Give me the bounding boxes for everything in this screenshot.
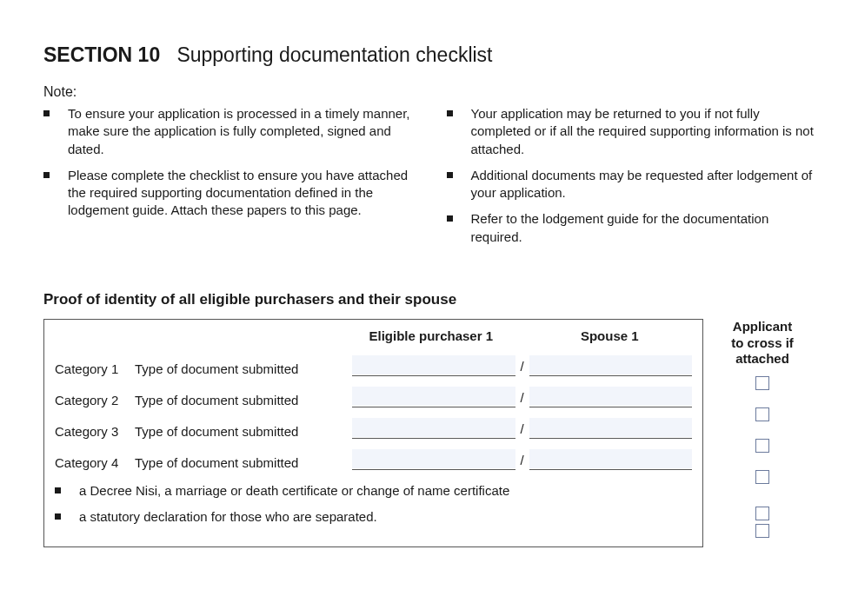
section-title: Supporting documentation checklist: [176, 43, 492, 66]
slash-separator: /: [515, 390, 529, 405]
table-row: Category 2 Type of document submitted /: [55, 388, 692, 407]
side-label-line: Applicant: [733, 319, 792, 334]
section-header: SECTION 10 Supporting documentation chec…: [43, 43, 815, 67]
note-columns: To ensure your application is processed …: [43, 105, 815, 255]
spouse-doc-field[interactable]: [529, 451, 693, 470]
note-list-right: Your application may be returned to you …: [447, 105, 815, 246]
applicant-cross-label: Applicant to cross if attached: [710, 319, 815, 368]
category-label: Category 3: [55, 424, 135, 439]
extra-doc-item: a Decree Nisi, a marriage or death certi…: [55, 482, 692, 500]
section-number: SECTION 10: [43, 43, 160, 66]
spouse-doc-field[interactable]: [529, 388, 693, 407]
attached-checkbox-cat3[interactable]: [755, 439, 769, 453]
proof-table: Eligible purchaser 1 Spouse 1 Category 1…: [43, 319, 703, 548]
slash-separator: /: [515, 359, 529, 374]
type-of-document-label: Type of document submitted: [135, 393, 352, 407]
column-header-spouse: Spouse 1: [528, 328, 693, 343]
note-column-right: Your application may be returned to you …: [447, 105, 815, 255]
type-of-document-label: Type of document submitted: [135, 361, 352, 376]
note-item: Refer to the lodgement guide for the doc…: [447, 210, 815, 246]
purchaser-doc-field[interactable]: [352, 357, 515, 376]
attached-checkbox-cat2[interactable]: [755, 407, 769, 421]
column-header-eligible-purchaser: Eligible purchaser 1: [349, 328, 514, 343]
proof-row: Eligible purchaser 1 Spouse 1 Category 1…: [43, 319, 815, 548]
category-label: Category 4: [55, 455, 135, 470]
attached-checkbox-extra1[interactable]: [755, 507, 769, 520]
purchaser-doc-field[interactable]: [352, 388, 515, 407]
purchaser-doc-field[interactable]: [352, 451, 515, 470]
note-label: Note:: [43, 84, 815, 100]
note-item: To ensure your application is processed …: [43, 105, 412, 158]
note-list-left: To ensure your application is processed …: [43, 105, 412, 220]
note-item: Please complete the checklist to ensure …: [43, 167, 412, 220]
slash-separator: /: [515, 421, 529, 436]
category-label: Category 1: [55, 361, 135, 376]
attached-checkbox-cat4[interactable]: [755, 470, 769, 484]
type-of-document-label: Type of document submitted: [135, 424, 352, 439]
extra-doc-item: a statutory declaration for those who ar…: [55, 508, 692, 526]
table-row: Category 4 Type of document submitted /: [55, 451, 692, 470]
extra-doc-list: a Decree Nisi, a marriage or death certi…: [55, 482, 692, 527]
category-label: Category 2: [55, 393, 135, 407]
note-item: Additional documents may be requested af…: [447, 167, 815, 202]
purchaser-doc-field[interactable]: [352, 420, 515, 439]
note-column-left: To ensure your application is processed …: [43, 105, 412, 255]
attached-checkbox-cat1[interactable]: [755, 376, 769, 390]
proof-heading: Proof of identity of all eligible purcha…: [43, 291, 815, 308]
table-row: Category 1 Type of document submitted /: [55, 357, 692, 376]
attached-checkbox-extra2[interactable]: [755, 524, 769, 538]
side-label-line: attached: [735, 351, 789, 366]
spouse-doc-field[interactable]: [529, 420, 693, 439]
form-page: SECTION 10 Supporting documentation chec…: [0, 0, 858, 573]
type-of-document-label: Type of document submitted: [135, 455, 352, 470]
note-item: Your application may be returned to you …: [447, 105, 815, 158]
side-label-line: to cross if: [731, 335, 794, 350]
table-header-row: Eligible purchaser 1 Spouse 1: [55, 328, 692, 357]
slash-separator: /: [515, 453, 529, 467]
table-row: Category 3 Type of document submitted /: [55, 420, 692, 439]
checkbox-column: Applicant to cross if attached: [710, 319, 815, 541]
spouse-doc-field[interactable]: [529, 357, 693, 376]
